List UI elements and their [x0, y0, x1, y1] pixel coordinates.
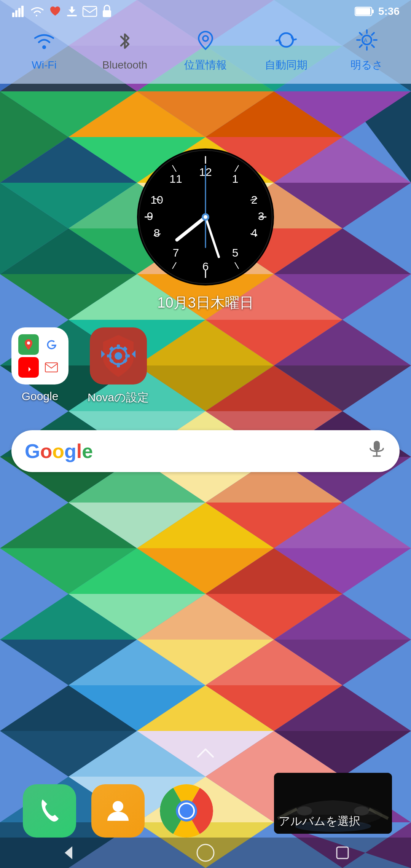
svg-point-151 [204, 215, 207, 219]
svg-text:5: 5 [232, 246, 239, 259]
svg-rect-100 [15, 10, 18, 17]
wifi-icon [30, 4, 45, 19]
qs-wifi-label: Wi-Fi [32, 59, 56, 71]
location-qs-icon [192, 27, 219, 53]
svg-text:7: 7 [173, 246, 179, 259]
nova-settings-label: Novaの設定 [88, 390, 149, 405]
qs-bluetooth-label: Bluetooth [102, 59, 147, 71]
mail-icon [82, 5, 97, 18]
svg-rect-103 [67, 15, 77, 16]
svg-text:6: 6 [202, 260, 209, 273]
heart-icon [49, 5, 62, 18]
dock-contacts[interactable] [91, 784, 145, 838]
google-logo: Google [25, 441, 93, 461]
album-label: アルバムを選択 [279, 814, 360, 829]
svg-point-109 [42, 45, 46, 49]
svg-line-118 [372, 33, 374, 35]
svg-rect-156 [117, 345, 120, 349]
svg-text:4: 4 [251, 227, 258, 239]
nav-recent[interactable] [329, 839, 356, 866]
svg-point-110 [203, 36, 208, 41]
svg-rect-166 [374, 441, 380, 451]
download-icon [65, 5, 78, 18]
dock-chrome[interactable] [160, 784, 213, 838]
qs-wifi[interactable]: Wi-Fi [4, 24, 84, 75]
svg-line-119 [360, 45, 362, 47]
nova-settings-icon[interactable]: Novaの設定 [88, 327, 149, 405]
qs-autosync[interactable]: 自動同期 [246, 23, 327, 76]
svg-rect-101 [18, 8, 21, 17]
bluetooth-qs-icon [112, 28, 138, 54]
google-folder-img [11, 327, 68, 385]
svg-text:2: 2 [251, 193, 258, 206]
wifi-qs-icon [31, 28, 57, 54]
nova-icon-img [90, 327, 147, 385]
svg-marker-179 [65, 846, 72, 859]
svg-text:11: 11 [169, 172, 182, 185]
qs-location-label: 位置情報 [184, 58, 227, 72]
time-display: 5:36 [378, 5, 400, 18]
svg-text:10: 10 [150, 193, 163, 206]
svg-point-152 [27, 341, 30, 345]
google-folder-icon[interactable]: Google [11, 327, 68, 405]
svg-point-180 [197, 844, 214, 861]
signal-icon [11, 4, 26, 19]
svg-point-169 [113, 801, 123, 812]
clock-face: 12 1 2 3 4 5 6 7 8 9 10 11 [137, 148, 274, 286]
qs-brightness-label: 明るさ [350, 58, 383, 72]
svg-rect-104 [83, 6, 97, 16]
svg-point-155 [115, 352, 122, 360]
svg-rect-157 [117, 363, 120, 367]
status-bar: 5:36 [0, 0, 411, 23]
battery-icon [355, 6, 374, 17]
svg-text:1: 1 [232, 172, 239, 185]
qs-autosync-label: 自動同期 [265, 58, 307, 72]
google-folder-label: Google [22, 390, 59, 403]
album-thumbnail[interactable]: アルバムを選択 [274, 773, 392, 834]
google-search-bar[interactable]: Google [11, 430, 400, 472]
svg-line-116 [360, 33, 362, 35]
svg-line-117 [372, 45, 374, 47]
svg-rect-108 [372, 10, 374, 13]
voice-search-icon[interactable] [367, 439, 386, 463]
svg-text:3: 3 [258, 210, 264, 222]
clock-date: 10月3日木曜日 [157, 293, 253, 313]
svg-point-173 [180, 804, 193, 818]
svg-rect-158 [107, 354, 112, 357]
autosync-qs-icon [273, 27, 299, 53]
svg-rect-153 [45, 363, 57, 372]
app-icons-area: Google [11, 327, 149, 405]
svg-text:9: 9 [147, 210, 153, 222]
svg-rect-105 [103, 10, 111, 17]
svg-rect-99 [12, 13, 14, 17]
qs-location[interactable]: 位置情報 [165, 23, 246, 76]
nav-home[interactable] [192, 839, 219, 866]
dock-phone[interactable] [23, 784, 76, 838]
qs-bluetooth[interactable]: Bluetooth [84, 24, 165, 75]
svg-rect-102 [21, 6, 24, 17]
drawer-arrow[interactable] [194, 743, 217, 765]
brightness-qs-icon: A [354, 27, 380, 53]
qs-brightness[interactable]: A 明るさ [327, 23, 407, 76]
nav-back[interactable] [55, 839, 82, 866]
svg-rect-181 [337, 847, 348, 858]
clock-widget: 12 1 2 3 4 5 6 7 8 9 10 11 10月3日木曜日 [137, 148, 274, 313]
status-left [11, 4, 113, 19]
status-right: 5:36 [355, 5, 400, 18]
svg-text:A: A [364, 37, 368, 43]
svg-rect-159 [125, 354, 130, 357]
svg-rect-107 [356, 8, 370, 15]
svg-text:8: 8 [154, 227, 160, 239]
nav-bar [0, 838, 411, 868]
lock-icon [101, 4, 113, 19]
